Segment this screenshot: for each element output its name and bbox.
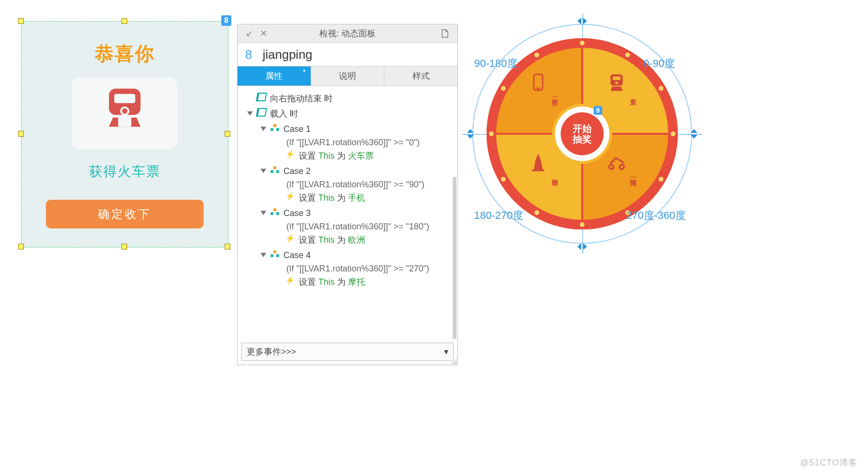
case-condition: (If "[[LVAR1.rotation%360]]" >= "180") — [239, 221, 444, 232]
case-row[interactable]: Case 2 — [239, 163, 456, 179]
tree-expand-icon[interactable] — [260, 211, 266, 215]
tab-label: 说明 — [339, 70, 356, 82]
resize-handle[interactable] — [225, 244, 230, 249]
tab-style[interactable]: 样式 — [384, 66, 457, 86]
train-icon — [606, 87, 629, 95]
case-title: Case 4 — [283, 249, 311, 261]
motorcycle-icon — [606, 167, 629, 175]
angle-label-tl: 90-180度 — [474, 56, 518, 71]
wheel-sector-tr: 火车票 — [596, 72, 648, 95]
event-row[interactable]: 向右拖动结束 时 — [239, 91, 456, 106]
tab-label: 属性 — [265, 70, 282, 82]
case-condition: (If "[[LVAR1.rotation%360]]" >= "0") — [239, 137, 444, 148]
wheel-diagram: 火车票 手机一部 欧洲游 摩托一辆 开始 抽奖 9 0-90度 90- — [467, 19, 697, 249]
tab-label: 样式 — [412, 70, 430, 82]
tree-expand-icon[interactable] — [260, 169, 266, 173]
action-text: 设置 This 为 欧洲 — [299, 234, 365, 246]
interactions-tree[interactable]: 向右拖动结束 时 载入 时 Case 1(If "[[LVAR1.rotatio… — [238, 86, 457, 339]
action-text: 设置 This 为 火车票 — [299, 150, 374, 162]
resize-handle[interactable] — [18, 244, 24, 249]
marker-icon — [576, 242, 588, 251]
tree-expand-icon[interactable] — [247, 111, 253, 116]
case-condition: (If "[[LVAR1.rotation%360]]" >= "90") — [239, 179, 444, 190]
case-title: Case 2 — [283, 165, 311, 177]
wheel-stud — [580, 41, 585, 45]
inspector-titlebar[interactable]: ↙ ✕ 检视: 动态面板 — [238, 24, 457, 43]
action-icon: ⚡ — [285, 234, 295, 243]
case-icon — [270, 249, 280, 259]
more-events-label: 更多事件>>> — [247, 346, 296, 357]
svg-rect-1 — [114, 94, 135, 103]
prize-card[interactable]: 恭喜你 获得火车票 确定收下 — [21, 21, 228, 248]
event-icon — [257, 108, 266, 117]
center-label: 抽奖 — [573, 134, 592, 144]
svg-rect-10 — [532, 170, 544, 172]
case-title: Case 1 — [283, 123, 311, 135]
resize-handle[interactable] — [18, 18, 24, 24]
train-icon — [103, 86, 146, 141]
action-row[interactable]: ⚡设置 This 为 火车票 — [239, 148, 456, 163]
document-icon[interactable] — [440, 29, 450, 38]
prize-title: 恭喜你 — [22, 41, 228, 67]
action-icon: ⚡ — [285, 276, 295, 285]
wheel-sector-bl: 欧洲游 — [517, 152, 570, 175]
dirty-indicator-icon: * — [303, 68, 305, 77]
scrollbar-thumb[interactable] — [453, 177, 456, 339]
panel-resize-handle[interactable] — [450, 357, 457, 364]
wheel-stud — [501, 86, 506, 91]
case-condition: (If "[[LVAR1.rotation%360]]" >= "270") — [239, 263, 444, 274]
action-text: 设置 This 为 手机 — [299, 192, 365, 204]
resize-handle[interactable] — [121, 244, 127, 249]
marker-icon — [689, 128, 699, 140]
resize-handle[interactable] — [121, 18, 127, 24]
wheel-stud — [659, 177, 663, 182]
tree-expand-icon[interactable] — [260, 253, 266, 257]
resize-handle[interactable] — [225, 131, 230, 137]
wheel-stud — [580, 222, 585, 227]
action-icon: ⚡ — [285, 192, 295, 201]
action-icon: ⚡ — [285, 150, 295, 159]
prize-selection-box: 恭喜你 获得火车票 确定收下 8 — [19, 19, 229, 249]
tab-properties[interactable]: 属性 * — [238, 66, 311, 86]
event-icon — [257, 92, 266, 102]
action-row[interactable]: ⚡设置 This 为 摩托 — [239, 274, 456, 290]
wheel-pointer-icon — [595, 130, 604, 138]
action-row[interactable]: ⚡设置 This 为 手机 — [239, 190, 456, 206]
phone-icon — [528, 87, 551, 95]
collapse-icon[interactable]: ↙ — [244, 29, 254, 38]
event-label: 向右拖动结束 时 — [270, 92, 333, 105]
inspector-tabs: 属性 * 说明 样式 — [238, 66, 457, 86]
tab-description[interactable]: 说明 — [311, 66, 385, 86]
case-icon — [270, 123, 280, 132]
svg-point-7 — [615, 82, 618, 85]
action-text: 设置 This 为 摩托 — [299, 276, 365, 288]
resize-handle[interactable] — [18, 131, 24, 137]
prize-result-label: 获得火车票 — [22, 162, 228, 181]
tree-expand-icon[interactable] — [260, 127, 266, 131]
wheel-stud — [501, 177, 506, 182]
marker-icon — [576, 16, 588, 26]
case-row[interactable]: Case 1 — [239, 121, 456, 137]
case-row[interactable]: Case 4 — [239, 248, 456, 263]
confirm-button[interactable]: 确定收下 — [46, 200, 204, 228]
element-index: 8 — [245, 47, 252, 62]
svg-rect-6 — [613, 76, 621, 80]
marker-icon — [466, 128, 475, 140]
svg-point-13 — [610, 165, 613, 168]
close-icon[interactable]: ✕ — [259, 29, 268, 38]
svg-rect-4 — [118, 118, 131, 127]
tower-icon — [528, 167, 551, 175]
wheel-stud — [534, 53, 539, 57]
wheel-sector-tl: 手机一部 — [517, 72, 570, 95]
svg-point-14 — [620, 165, 623, 168]
case-row[interactable]: Case 3 — [239, 206, 456, 221]
inspector-panel: ↙ ✕ 检视: 动态面板 8 jiangping 属性 * 说明 样式 向右拖动… — [237, 24, 458, 365]
action-row[interactable]: ⚡设置 This 为 欧洲 — [239, 232, 456, 248]
chevron-down-icon: ▾ — [444, 346, 448, 357]
event-row[interactable]: 载入 时 — [239, 106, 456, 121]
element-name: jiangping — [262, 47, 312, 62]
event-label: 载入 时 — [270, 108, 298, 120]
angle-label-tr: 0-90度 — [643, 56, 675, 71]
more-events-dropdown[interactable]: 更多事件>>> ▾ — [241, 343, 454, 361]
inspector-title: 检视: 动态面板 — [238, 28, 457, 39]
